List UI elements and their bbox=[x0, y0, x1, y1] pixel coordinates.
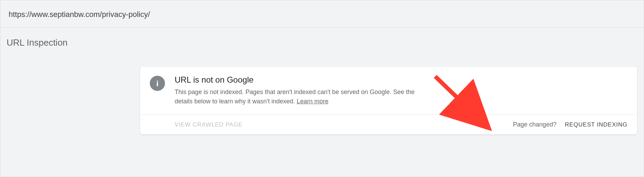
card-title: URL is not on Google bbox=[175, 75, 627, 85]
card-footer: VIEW CRAWLED PAGE Page changed? REQUEST … bbox=[140, 115, 637, 134]
page-changed-label: Page changed? bbox=[513, 121, 556, 128]
url-bar[interactable]: https://www.septianbw.com/privacy-policy… bbox=[0, 0, 644, 28]
url-text: https://www.septianbw.com/privacy-policy… bbox=[9, 10, 150, 19]
section-title: URL Inspection bbox=[0, 28, 644, 48]
card-description-text: This page is not indexed. Pages that are… bbox=[175, 88, 414, 105]
request-indexing-button[interactable]: REQUEST INDEXING bbox=[565, 121, 627, 128]
status-card: i URL is not on Google This page is not … bbox=[140, 67, 637, 134]
card-description: This page is not indexed. Pages that are… bbox=[175, 87, 423, 106]
footer-right: Page changed? REQUEST INDEXING bbox=[513, 121, 627, 128]
view-crawled-page-button: VIEW CRAWLED PAGE bbox=[175, 121, 243, 128]
learn-more-link[interactable]: Learn more bbox=[297, 98, 329, 105]
card-main: i URL is not on Google This page is not … bbox=[140, 67, 637, 115]
info-icon-glyph: i bbox=[156, 79, 159, 88]
card-content: URL is not on Google This page is not in… bbox=[175, 75, 627, 106]
info-icon: i bbox=[150, 76, 165, 91]
